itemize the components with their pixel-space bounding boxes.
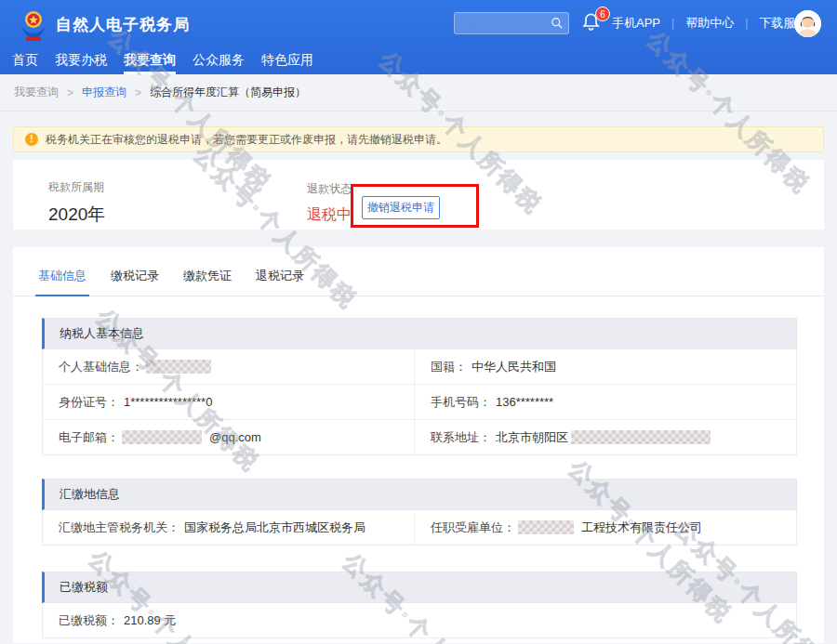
breadcrumb-item-query[interactable]: 我要查询 bbox=[14, 85, 59, 100]
tax-period-value: 2020年 bbox=[48, 203, 105, 227]
app-header: 自然人电子税务局 6 手机APP | 帮助中心 | 下载服务 首页 我要办税 bbox=[0, 0, 837, 74]
breadcrumb-separator: > bbox=[67, 86, 73, 99]
cancel-refund-button[interactable]: 撤销退税申请 bbox=[362, 196, 440, 219]
notification-badge: 6 bbox=[595, 7, 610, 21]
nav-item-public-service[interactable]: 公众服务 bbox=[193, 48, 245, 74]
refund-summary-card: 税款所属期 2020年 退款状态 退税中 撤销退税申请 bbox=[13, 160, 824, 230]
table-row: 已缴税额：210.89 元 bbox=[43, 603, 796, 637]
section-remittance-info: 汇缴地信息 汇缴地主管税务机关：国家税务总局北京市西城区税务局 任职受雇单位：工… bbox=[42, 479, 797, 545]
table-row: 汇缴地主管税务机关：国家税务总局北京市西城区税务局 任职受雇单位：工程技术有限责… bbox=[43, 510, 796, 545]
mobile-app-link[interactable]: 手机APP bbox=[612, 15, 660, 32]
section-taxpayer-info: 纳税人基本信息 个人基础信息： 国籍：中华人民共和国 身份证号：1*******… bbox=[42, 318, 797, 455]
header-links: 手机APP | 帮助中心 | 下载服务 bbox=[612, 15, 807, 32]
detail-card: 基础信息 缴税记录 缴款凭证 退税记录 纳税人基本信息 个人基础信息： 国籍：中… bbox=[13, 247, 824, 643]
nav-item-featured-apps[interactable]: 特色应用 bbox=[261, 48, 313, 74]
field-paid-tax-amount: 已缴税额：210.89 元 bbox=[43, 603, 796, 637]
warning-circle-icon: ! bbox=[25, 133, 38, 146]
tax-bureau-logo-icon bbox=[19, 9, 48, 43]
link-divider: | bbox=[745, 17, 748, 30]
section-title: 汇缴地信息 bbox=[42, 479, 797, 510]
censored-value bbox=[146, 360, 211, 374]
warning-banner: ! 税务机关正在审核您的退税申请，若您需要更正或作废申报，请先撤销退税申请。 bbox=[13, 126, 824, 152]
field-contact-address: 联系地址：北京市朝阳区 bbox=[414, 420, 796, 454]
nav-item-handle-tax[interactable]: 我要办税 bbox=[55, 48, 107, 74]
detail-tabs: 基础信息 缴税记录 缴款凭证 退税记录 bbox=[13, 247, 824, 296]
search-box bbox=[454, 12, 569, 34]
field-id-number: 身份证号：1****************0 bbox=[43, 385, 414, 419]
link-divider: | bbox=[671, 17, 674, 30]
section-title: 已缴税额 bbox=[42, 572, 797, 603]
field-phone-number: 手机号码：136******** bbox=[414, 385, 796, 419]
table-row: 电子邮箱：@qq.com 联系地址：北京市朝阳区 bbox=[43, 420, 796, 454]
section-title: 纳税人基本信息 bbox=[42, 318, 797, 349]
tax-period-block: 税款所属期 2020年 bbox=[48, 179, 105, 227]
tab-payment-voucher[interactable]: 缴款凭证 bbox=[180, 268, 234, 296]
warning-text: 税务机关正在审核您的退税申请，若您需要更正或作废申报，请先撤销退税申请。 bbox=[46, 132, 447, 148]
help-center-link[interactable]: 帮助中心 bbox=[685, 15, 734, 32]
refund-status-block: 退款状态 退税中 bbox=[307, 181, 352, 225]
section-paid-tax: 已缴税额 已缴税额：210.89 元 bbox=[42, 572, 797, 638]
field-nationality: 国籍：中华人民共和国 bbox=[414, 349, 796, 384]
nav-item-query[interactable]: 我要查询 bbox=[124, 48, 176, 74]
tab-refund-records[interactable]: 退税记录 bbox=[253, 268, 307, 296]
table-row: 个人基础信息： 国籍：中华人民共和国 bbox=[43, 349, 796, 385]
main-nav: 首页 我要办税 我要查询 公众服务 特色应用 bbox=[0, 48, 330, 74]
censored-value bbox=[518, 520, 574, 534]
breadcrumb-separator: > bbox=[135, 86, 141, 99]
user-avatar[interactable] bbox=[794, 10, 821, 37]
app-title: 自然人电子税务局 bbox=[56, 14, 190, 35]
nav-item-home[interactable]: 首页 bbox=[12, 48, 38, 74]
field-tax-authority: 汇缴地主管税务机关：国家税务总局北京市西城区税务局 bbox=[43, 510, 414, 545]
notification-bell[interactable]: 6 bbox=[582, 11, 610, 35]
breadcrumb: 我要查询 > 申报查询 > 综合所得年度汇算（简易申报） bbox=[0, 74, 837, 112]
paid-tax-table: 已缴税额：210.89 元 bbox=[42, 603, 797, 638]
tax-period-label: 税款所属期 bbox=[48, 179, 105, 195]
tab-basic-info[interactable]: 基础信息 bbox=[35, 268, 89, 296]
refund-status-value: 退税中 bbox=[307, 205, 352, 225]
avatar-person-icon bbox=[794, 10, 821, 37]
search-icon[interactable] bbox=[551, 17, 564, 30]
censored-value bbox=[571, 430, 711, 444]
field-personal-info: 个人基础信息： bbox=[43, 349, 414, 384]
breadcrumb-current-page: 综合所得年度汇算（简易申报） bbox=[150, 85, 306, 100]
remittance-info-table: 汇缴地主管税务机关：国家税务总局北京市西城区税务局 任职受雇单位：工程技术有限责… bbox=[42, 510, 797, 545]
table-row: 身份证号：1****************0 手机号码：136******** bbox=[43, 385, 796, 420]
field-email: 电子邮箱：@qq.com bbox=[43, 420, 414, 454]
censored-value bbox=[122, 430, 202, 444]
field-employer: 任职受雇单位：工程技术有限责任公司 bbox=[414, 510, 796, 545]
refund-status-label: 退款状态 bbox=[307, 181, 352, 197]
breadcrumb-item-declaration-query[interactable]: 申报查询 bbox=[82, 85, 126, 100]
tab-tax-payment-records[interactable]: 缴税记录 bbox=[108, 268, 162, 296]
taxpayer-info-table: 个人基础信息： 国籍：中华人民共和国 身份证号：1***************… bbox=[42, 349, 797, 455]
